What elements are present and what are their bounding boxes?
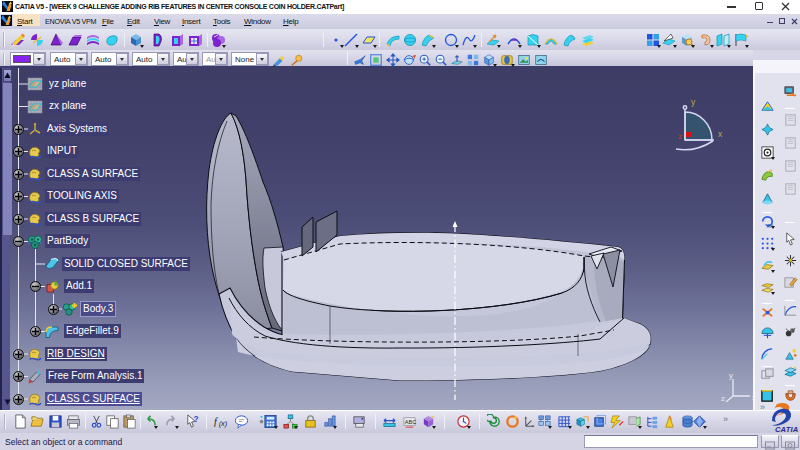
svg-text:z: z bbox=[678, 132, 682, 141]
svg-text:y: y bbox=[691, 97, 696, 107]
svg-text:z: z bbox=[721, 394, 725, 403]
svg-text:y: y bbox=[729, 371, 733, 380]
svg-text:x: x bbox=[718, 129, 723, 139]
